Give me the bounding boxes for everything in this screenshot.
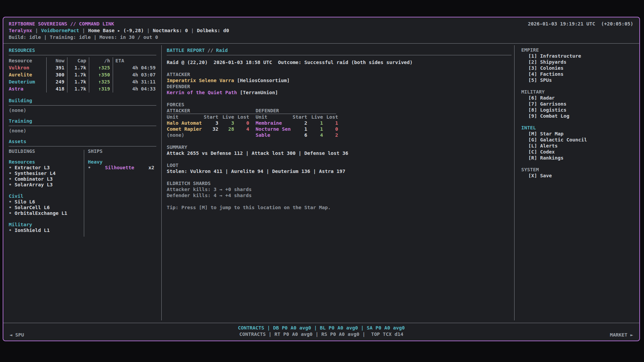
- resource-eta: 4h 04:33: [113, 85, 156, 93]
- separator: |: [191, 27, 194, 34]
- unit-lost: [234, 132, 249, 138]
- unit-name: Membraine: [256, 120, 292, 126]
- menu-item-codex[interactable]: [C]Codex: [521, 149, 637, 155]
- menu-item-shipyards[interactable]: [2]Shipyards: [521, 59, 637, 65]
- pact-name: VoidbornePact: [41, 27, 79, 34]
- menu-section-military: MILITARY [6]Radar [7]Garrisons [8]Logist…: [521, 89, 637, 119]
- forces-label: FORCES: [167, 102, 512, 108]
- resource-name: Aurelite: [9, 71, 46, 78]
- app-title: RIFTBORNE SOVEREIGNS // COMMAND LINK: [9, 20, 114, 27]
- menu-item-star-map[interactable]: [M]Star Map: [521, 131, 637, 137]
- defender-identity: Kerrin of the Quiet Path [TerranUnion]: [167, 89, 512, 96]
- resource-rate: ↑350: [89, 71, 113, 78]
- resource-now: 418: [46, 85, 67, 93]
- col-header-start: Start: [204, 114, 218, 120]
- footer: CONTRACTS | DB P0 A0 avg0 | BL P0 A0 avg…: [3, 323, 639, 341]
- divider: [9, 105, 156, 106]
- building-item: Silo L6: [9, 199, 84, 205]
- defender-faction-tag: [TerranUnion]: [240, 90, 278, 95]
- menu-item-spus[interactable]: [5]SPUs: [521, 77, 637, 83]
- menu-item-label: Rankings: [540, 155, 564, 161]
- menu-item-label: Logistics: [540, 107, 567, 113]
- panel-base-overview: RESOURCES Resource Now Cap /h ETA Vulkro…: [3, 44, 161, 323]
- separator: |: [35, 27, 38, 34]
- menu-item-galactic-council[interactable]: [G]Galactic Council: [521, 137, 637, 143]
- resource-cap: 1.7k: [67, 85, 89, 93]
- menu-item-radar[interactable]: [6]Radar: [521, 95, 637, 101]
- forces-defender-label: DEFENDER: [256, 108, 279, 114]
- menu-section-system: SYSTEM [X]Save: [521, 167, 637, 179]
- unit-start: 1: [292, 126, 307, 132]
- building-item: OrbitalExchange L1: [9, 210, 84, 216]
- hotkey: [4]: [528, 71, 537, 77]
- forces-side-headers: ATTACKER DEFENDER: [167, 108, 512, 114]
- resource-eta: 4h 04:59: [113, 64, 156, 71]
- col-header-cap: Cap: [67, 57, 89, 64]
- training-queue-empty: (none): [9, 128, 156, 134]
- menu-item-label: Star Map: [540, 131, 564, 137]
- ships-heading: SHIPS: [88, 148, 156, 154]
- menu-item-logistics[interactable]: [8]Logistics: [521, 107, 637, 113]
- building-item: Extractor L3: [9, 165, 84, 171]
- hotkey: [8]: [528, 107, 537, 113]
- col-header-lost: Lost: [234, 114, 249, 120]
- building-item: SolarArray L3: [9, 182, 84, 188]
- training-heading: Training: [9, 118, 156, 124]
- command-link-window: RIFTBORNE SOVEREIGNS // COMMAND LINK 202…: [3, 17, 640, 341]
- ship-count: x2: [149, 165, 154, 171]
- menu-item-colonies[interactable]: [3]Colonies: [521, 65, 637, 71]
- menu-item-garrisons[interactable]: [7]Garrisons: [521, 101, 637, 107]
- building-queue-empty: (none): [9, 107, 156, 114]
- resource-cap: 1.7k: [67, 71, 89, 78]
- building-item: Synthesiser L4: [9, 171, 84, 176]
- building-heading: Building: [9, 97, 156, 104]
- menu-item-infrastructure[interactable]: [1]Infrastructure: [521, 53, 637, 59]
- tip-line: Tip: Press [M] to jump to this location …: [167, 204, 512, 210]
- resource-name: Vulkron: [9, 64, 46, 71]
- col-header-resource: Resource: [9, 57, 46, 64]
- ship-name: Silhouette: [105, 165, 134, 171]
- menu-item-rankings[interactable]: [R]Rankings: [521, 155, 637, 161]
- hotkey: [M]: [528, 131, 537, 137]
- menu-item-save[interactable]: [X]Save: [521, 173, 637, 179]
- resource-now: 300: [46, 71, 67, 78]
- shards-label: ELDRITCH SHARDS: [167, 180, 512, 186]
- resource-rate: ↑325: [89, 78, 113, 85]
- unit-live: 1: [307, 120, 323, 126]
- building-item: SolarCell L6: [9, 205, 84, 210]
- player-status-line: Teralynx | VoidbornePact | Home Base ▸ (…: [9, 27, 633, 34]
- report-title-separator: //: [208, 47, 213, 54]
- hotkey: [L]: [528, 143, 537, 149]
- header: RIFTBORNE SOVEREIGNS // COMMAND LINK 202…: [3, 17, 639, 42]
- unit-lost: 0: [323, 126, 338, 132]
- report-title: BATTLE REPORT: [167, 47, 205, 54]
- next-page-market[interactable]: MARKET ►: [610, 332, 633, 338]
- panel-command-menu: EMPIRE [1]Infrastructure [2]Shipyards [3…: [515, 44, 639, 323]
- hotkey: [1]: [528, 53, 537, 59]
- unit-start: 6: [292, 132, 307, 138]
- hotkey: [R]: [528, 155, 537, 161]
- menu-item-factions[interactable]: [4]Factions: [521, 71, 637, 77]
- menu-item-label: Combat Log: [540, 113, 569, 119]
- menu-item-label: Infrastructure: [540, 53, 581, 59]
- resources-heading: RESOURCES: [9, 47, 156, 54]
- building-item: IonShield L1: [9, 228, 84, 233]
- prev-page-spu[interactable]: ◄ SPU: [9, 332, 24, 338]
- col-header-start: Start: [292, 114, 307, 120]
- menu-item-label: Factions: [540, 71, 564, 77]
- loot-text: Stolen: Vulkron 411 | Aurelite 94 | Deut…: [167, 168, 512, 174]
- dolbeks-count: Dolbeks: d0: [197, 27, 229, 34]
- unit-name: Sable: [256, 132, 292, 138]
- divider: [9, 55, 156, 55]
- unit-live: [218, 132, 234, 138]
- hotkey: [5]: [528, 77, 537, 83]
- col-header-unit: Unit: [167, 114, 204, 120]
- menu-item-alerts[interactable]: [L]Alerts: [521, 143, 637, 149]
- menu-item-combat-log[interactable]: [9]Combat Log: [521, 113, 637, 119]
- menu-section-title: MILITARY: [521, 89, 637, 95]
- building-item: Combinator L3: [9, 176, 84, 182]
- resource-eta: 4h 31:11: [113, 78, 156, 85]
- menu-section-empire: EMPIRE [1]Infrastructure [2]Shipyards [3…: [521, 47, 637, 83]
- col-header-lost: Lost: [323, 114, 338, 120]
- unit-live: 4: [307, 132, 323, 138]
